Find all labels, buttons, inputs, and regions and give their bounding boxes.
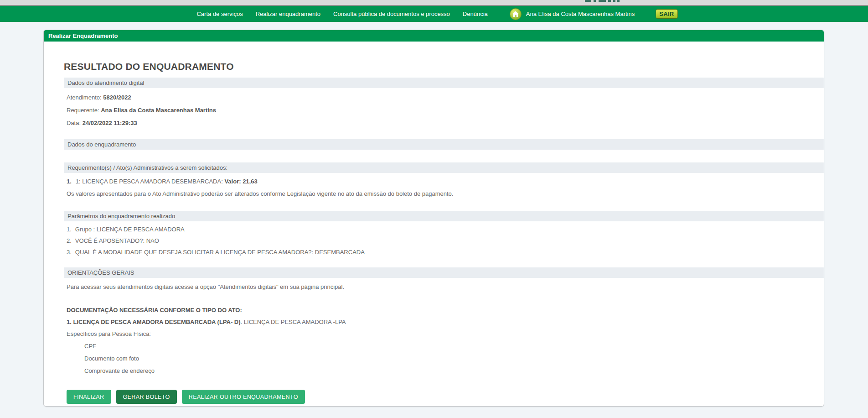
section-header-requerimentos: Requerimento(s) / Ato(s) Administrativos… [64,162,824,173]
item-value: Valor: 21,63 [224,178,257,185]
section-header-parametros: Parâmetros do enquadramento realizado [64,211,824,221]
section-header-atendimento: Dados do atendimento digital [64,78,824,88]
item-text: Grupo : LICENÇA DE PESCA AMADORA [75,226,185,233]
realizar-outro-enquadramento-button[interactable]: REALIZAR OUTRO ENQUADRAMENTO [182,390,305,404]
section-header-orientacoes: ORIENTAÇÕES GERAIS [64,267,824,278]
clipped-text-artifact [613,0,615,2]
field-atendimento: Atendimento: 5820/2022 [67,94,824,101]
field-value: 24/02/2022 11:29:33 [83,120,137,126]
field-requerente: Requerente: Ana Elisa da Costa Mascarenh… [67,107,824,114]
valores-note: Os valores apresentados para o Ato Admin… [67,190,824,197]
parametro-item: 2.VOCÊ É APOSENTADO?: NÃO [67,237,824,244]
item-number: 2. [67,237,72,244]
doc-item-rest: . LICENÇA DE PESCA AMADORA -LPA [241,319,346,325]
item-text: VOCÊ É APOSENTADO?: NÃO [75,237,159,244]
clipped-text-artifact [617,0,620,2]
item-number: 3. [67,249,72,256]
panel-body: RESULTADO DO ENQUADRAMENTO Dados do aten… [44,61,824,404]
home-avatar-icon[interactable] [510,8,522,20]
document-item-cpf: CPF [84,343,824,350]
field-label: Requerente: [67,107,101,114]
field-data: Data: 24/02/2022 11:29:33 [67,120,824,126]
nav-item-carta-de-servicos[interactable]: Carta de serviços [190,10,249,17]
section-header-enquadramento: Dados do enquadramento [64,139,824,150]
panel-header: Realizar Enquadramento [44,30,824,42]
gerar-boleto-button[interactable]: GERAR BOLETO [116,390,177,404]
main-navbar: Carta de serviços Realizar enquadramento… [0,6,868,22]
document-item-endereco: Comprovante de endereço [84,367,824,374]
nav-user-area: Ana Elisa da Costa Mascarenhas Martins S… [510,8,678,20]
field-label: Atendimento: [67,94,103,101]
requerimento-item: 1.1: LICENÇA DE PESCA AMADORA DESEMBARCA… [67,178,824,185]
finalizar-button[interactable]: FINALIZAR [67,390,111,404]
action-buttons: FINALIZAR GERAR BOLETO REALIZAR OUTRO EN… [67,390,824,404]
field-label: Data: [67,120,83,126]
item-text: 1: LICENÇA DE PESCA AMADORA DESEMBARCADA… [76,178,225,185]
clipped-text-artifact [585,0,591,2]
documents-list: CPF Documento com foto Comprovante de en… [64,343,824,374]
document-item-foto: Documento com foto [84,355,824,362]
field-value: Ana Elisa da Costa Mascarenhas Martins [101,107,216,114]
attendance-fields: Atendimento: 5820/2022 Requerente: Ana E… [64,94,824,126]
doc-item-bold: 1. LICENÇA DE PESCA AMADORA DESEMBARCADA… [67,319,241,325]
clipped-text-artifact [594,0,596,2]
especificos-label: Específicos para Pessoa Física: [67,330,824,337]
result-panel: Realizar Enquadramento RESULTADO DO ENQU… [43,30,824,407]
parametro-item: 3.QUAL É A MODALIDADE QUE DESEJA SOLICIT… [67,249,824,256]
nav-item-realizar-enquadramento[interactable]: Realizar enquadramento [249,10,327,17]
item-text: QUAL É A MODALIDADE QUE DESEJA SOLICITAR… [75,249,365,256]
browser-chrome-strip [0,0,868,6]
field-value: 5820/2022 [103,94,131,101]
user-name: Ana Elisa da Costa Mascarenhas Martins [526,10,635,17]
documentacao-item: 1. LICENÇA DE PESCA AMADORA DESEMBARCADA… [67,319,824,325]
house-icon [512,10,519,18]
nav-item-consulta-publica[interactable]: Consulta pública de documentos e process… [327,10,456,17]
page-title: RESULTADO DO ENQUADRAMENTO [64,61,824,72]
clipped-text-artifact [608,0,611,2]
nav-item-denuncia[interactable]: Denúncia [456,10,494,17]
item-number: 1. [67,178,72,185]
clipped-text-artifact [599,0,606,2]
documentacao-title: DOCUMENTAÇÃO NECESSÁRIA CONFORME O TIPO … [67,307,824,314]
parametros-list: 1.Grupo : LICENÇA DE PESCA AMADORA 2.VOC… [64,226,824,256]
logout-button[interactable]: SAIR [656,9,677,19]
parametro-item: 1.Grupo : LICENÇA DE PESCA AMADORA [67,226,824,233]
item-number: 1. [67,226,72,233]
orientacoes-intro: Para acessar seus atendimentos digitais … [67,283,824,290]
